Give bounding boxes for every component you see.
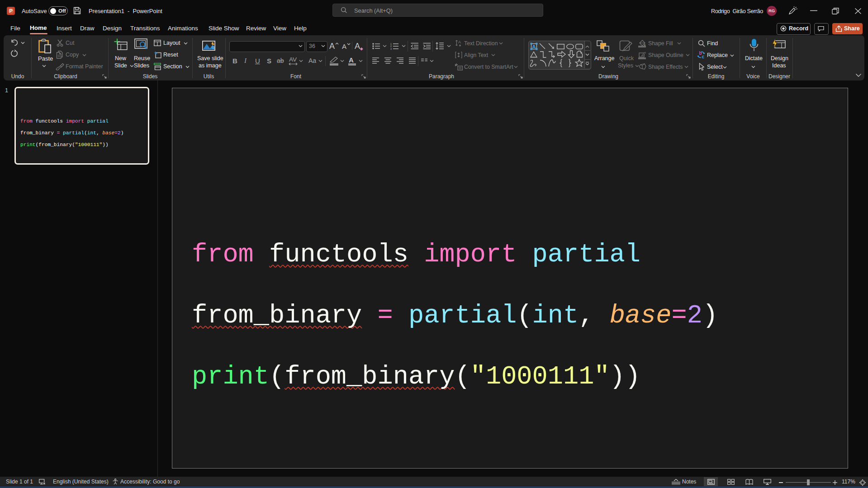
- svg-text:c: c: [702, 54, 705, 59]
- svg-text:P: P: [9, 8, 13, 14]
- svg-text:A: A: [458, 40, 461, 44]
- svg-text:3: 3: [390, 47, 392, 50]
- svg-text:A: A: [532, 44, 536, 49]
